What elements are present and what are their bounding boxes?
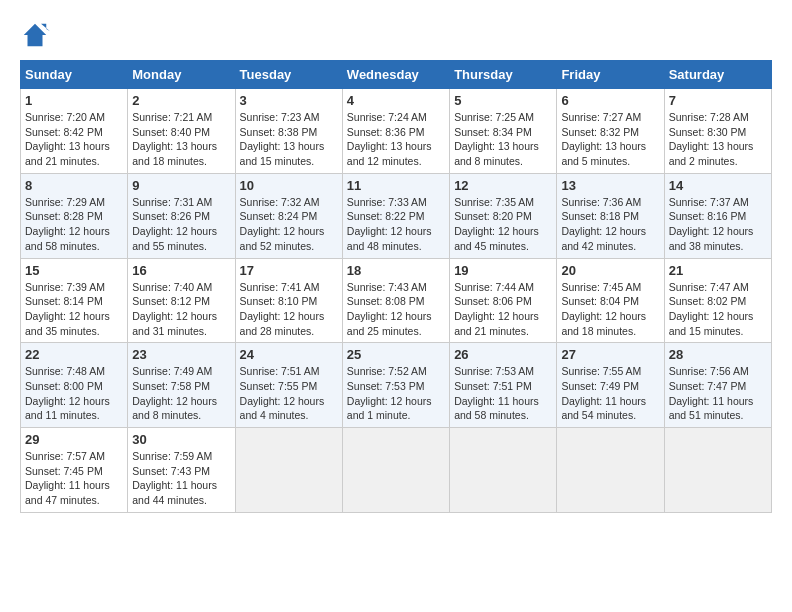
day-info: Sunrise: 7:20 AMSunset: 8:42 PMDaylight:… [25,110,123,169]
header-day: Friday [557,61,664,89]
header-day: Wednesday [342,61,449,89]
day-info: Sunrise: 7:37 AMSunset: 8:16 PMDaylight:… [669,195,767,254]
day-number: 27 [561,347,659,362]
day-info: Sunrise: 7:35 AMSunset: 8:20 PMDaylight:… [454,195,552,254]
day-info: Sunrise: 7:44 AMSunset: 8:06 PMDaylight:… [454,280,552,339]
calendar-cell: 4Sunrise: 7:24 AMSunset: 8:36 PMDaylight… [342,89,449,174]
calendar-cell: 26Sunrise: 7:53 AMSunset: 7:51 PMDayligh… [450,343,557,428]
day-number: 11 [347,178,445,193]
calendar-cell [664,428,771,513]
day-info: Sunrise: 7:32 AMSunset: 8:24 PMDaylight:… [240,195,338,254]
day-number: 22 [25,347,123,362]
header-day: Thursday [450,61,557,89]
day-info: Sunrise: 7:49 AMSunset: 7:58 PMDaylight:… [132,364,230,423]
calendar-cell: 24Sunrise: 7:51 AMSunset: 7:55 PMDayligh… [235,343,342,428]
day-info: Sunrise: 7:43 AMSunset: 8:08 PMDaylight:… [347,280,445,339]
day-info: Sunrise: 7:23 AMSunset: 8:38 PMDaylight:… [240,110,338,169]
day-number: 29 [25,432,123,447]
day-number: 15 [25,263,123,278]
calendar-week-row: 22Sunrise: 7:48 AMSunset: 8:00 PMDayligh… [21,343,772,428]
day-number: 4 [347,93,445,108]
header-day: Sunday [21,61,128,89]
page-header [20,20,772,50]
day-number: 20 [561,263,659,278]
day-info: Sunrise: 7:21 AMSunset: 8:40 PMDaylight:… [132,110,230,169]
header-row: SundayMondayTuesdayWednesdayThursdayFrid… [21,61,772,89]
day-info: Sunrise: 7:52 AMSunset: 7:53 PMDaylight:… [347,364,445,423]
calendar-cell: 3Sunrise: 7:23 AMSunset: 8:38 PMDaylight… [235,89,342,174]
day-number: 24 [240,347,338,362]
day-info: Sunrise: 7:27 AMSunset: 8:32 PMDaylight:… [561,110,659,169]
calendar-week-row: 8Sunrise: 7:29 AMSunset: 8:28 PMDaylight… [21,173,772,258]
day-number: 28 [669,347,767,362]
day-info: Sunrise: 7:40 AMSunset: 8:12 PMDaylight:… [132,280,230,339]
calendar-week-row: 1Sunrise: 7:20 AMSunset: 8:42 PMDaylight… [21,89,772,174]
day-info: Sunrise: 7:31 AMSunset: 8:26 PMDaylight:… [132,195,230,254]
day-number: 21 [669,263,767,278]
calendar-cell: 23Sunrise: 7:49 AMSunset: 7:58 PMDayligh… [128,343,235,428]
calendar-cell: 10Sunrise: 7:32 AMSunset: 8:24 PMDayligh… [235,173,342,258]
calendar-cell: 11Sunrise: 7:33 AMSunset: 8:22 PMDayligh… [342,173,449,258]
svg-marker-1 [41,24,50,32]
day-number: 23 [132,347,230,362]
day-number: 6 [561,93,659,108]
calendar-cell: 13Sunrise: 7:36 AMSunset: 8:18 PMDayligh… [557,173,664,258]
day-number: 19 [454,263,552,278]
calendar-cell: 21Sunrise: 7:47 AMSunset: 8:02 PMDayligh… [664,258,771,343]
day-number: 1 [25,93,123,108]
calendar-cell: 25Sunrise: 7:52 AMSunset: 7:53 PMDayligh… [342,343,449,428]
day-number: 2 [132,93,230,108]
day-info: Sunrise: 7:25 AMSunset: 8:34 PMDaylight:… [454,110,552,169]
logo [20,20,54,50]
calendar-cell: 19Sunrise: 7:44 AMSunset: 8:06 PMDayligh… [450,258,557,343]
calendar-cell: 12Sunrise: 7:35 AMSunset: 8:20 PMDayligh… [450,173,557,258]
day-info: Sunrise: 7:57 AMSunset: 7:45 PMDaylight:… [25,449,123,508]
day-number: 5 [454,93,552,108]
day-number: 10 [240,178,338,193]
day-info: Sunrise: 7:45 AMSunset: 8:04 PMDaylight:… [561,280,659,339]
day-info: Sunrise: 7:28 AMSunset: 8:30 PMDaylight:… [669,110,767,169]
day-number: 14 [669,178,767,193]
day-number: 16 [132,263,230,278]
logo-icon [20,20,50,50]
day-info: Sunrise: 7:24 AMSunset: 8:36 PMDaylight:… [347,110,445,169]
header-day: Tuesday [235,61,342,89]
day-info: Sunrise: 7:48 AMSunset: 8:00 PMDaylight:… [25,364,123,423]
day-info: Sunrise: 7:55 AMSunset: 7:49 PMDaylight:… [561,364,659,423]
svg-marker-0 [24,24,47,47]
calendar-cell: 20Sunrise: 7:45 AMSunset: 8:04 PMDayligh… [557,258,664,343]
calendar-cell [235,428,342,513]
day-number: 9 [132,178,230,193]
day-info: Sunrise: 7:36 AMSunset: 8:18 PMDaylight:… [561,195,659,254]
day-info: Sunrise: 7:41 AMSunset: 8:10 PMDaylight:… [240,280,338,339]
day-number: 8 [25,178,123,193]
day-info: Sunrise: 7:51 AMSunset: 7:55 PMDaylight:… [240,364,338,423]
calendar-cell: 18Sunrise: 7:43 AMSunset: 8:08 PMDayligh… [342,258,449,343]
calendar-cell: 15Sunrise: 7:39 AMSunset: 8:14 PMDayligh… [21,258,128,343]
header-day: Monday [128,61,235,89]
calendar-cell: 29Sunrise: 7:57 AMSunset: 7:45 PMDayligh… [21,428,128,513]
calendar-cell: 28Sunrise: 7:56 AMSunset: 7:47 PMDayligh… [664,343,771,428]
day-number: 7 [669,93,767,108]
day-info: Sunrise: 7:53 AMSunset: 7:51 PMDaylight:… [454,364,552,423]
calendar-cell: 14Sunrise: 7:37 AMSunset: 8:16 PMDayligh… [664,173,771,258]
day-info: Sunrise: 7:47 AMSunset: 8:02 PMDaylight:… [669,280,767,339]
day-number: 18 [347,263,445,278]
day-number: 12 [454,178,552,193]
calendar-cell: 9Sunrise: 7:31 AMSunset: 8:26 PMDaylight… [128,173,235,258]
day-info: Sunrise: 7:33 AMSunset: 8:22 PMDaylight:… [347,195,445,254]
day-number: 13 [561,178,659,193]
calendar-cell: 22Sunrise: 7:48 AMSunset: 8:00 PMDayligh… [21,343,128,428]
day-number: 30 [132,432,230,447]
day-number: 26 [454,347,552,362]
day-number: 3 [240,93,338,108]
calendar-cell: 7Sunrise: 7:28 AMSunset: 8:30 PMDaylight… [664,89,771,174]
calendar-cell: 6Sunrise: 7:27 AMSunset: 8:32 PMDaylight… [557,89,664,174]
day-info: Sunrise: 7:59 AMSunset: 7:43 PMDaylight:… [132,449,230,508]
header-day: Saturday [664,61,771,89]
calendar-cell [557,428,664,513]
calendar-cell: 27Sunrise: 7:55 AMSunset: 7:49 PMDayligh… [557,343,664,428]
calendar-cell: 17Sunrise: 7:41 AMSunset: 8:10 PMDayligh… [235,258,342,343]
calendar-cell: 1Sunrise: 7:20 AMSunset: 8:42 PMDaylight… [21,89,128,174]
calendar-cell [342,428,449,513]
